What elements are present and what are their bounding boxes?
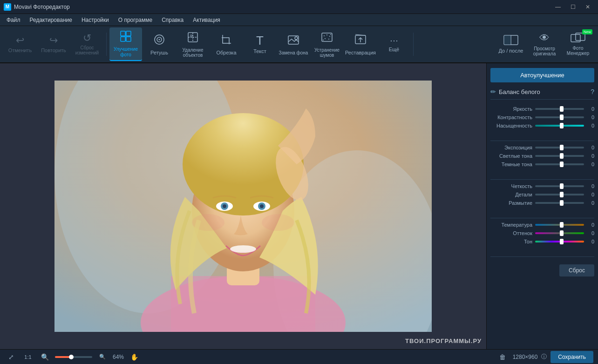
title-bar: M Movavi Фоторедактор — ☐ ✕ bbox=[0, 0, 598, 14]
svg-point-20 bbox=[325, 38, 326, 39]
ratio-label: 1:1 bbox=[24, 354, 31, 360]
photo-manager-button[interactable]: New Фото Менеджер bbox=[562, 27, 594, 61]
retouch-button[interactable]: Ретушь bbox=[143, 27, 176, 61]
details-thumb[interactable] bbox=[560, 192, 564, 197]
crop-button[interactable]: Обрезка bbox=[210, 27, 243, 61]
highlights-slider[interactable] bbox=[535, 155, 584, 157]
minimize-button[interactable]: — bbox=[551, 2, 564, 12]
clarity-thumb[interactable] bbox=[560, 183, 564, 189]
restore-button[interactable]: Реставрация bbox=[344, 27, 377, 61]
more-label: Ещё bbox=[389, 47, 400, 52]
replace-bg-label: Замена фона bbox=[279, 50, 308, 55]
more-button[interactable]: ⋯ Ещё bbox=[378, 27, 410, 61]
zoom-slider-thumb[interactable] bbox=[69, 355, 74, 359]
undo-button[interactable]: ↩ Отменить bbox=[4, 27, 36, 61]
svg-rect-0 bbox=[121, 31, 125, 36]
exposure-value: 0 bbox=[587, 145, 594, 150]
menu-file[interactable]: Файл bbox=[2, 15, 25, 25]
status-bar: ⤢ 1:1 🔍 🔍 64% ✋ 🗑 1280×960 ⓘ Сохранить bbox=[0, 349, 598, 364]
blur-value: 0 bbox=[587, 200, 594, 206]
temperature-thumb[interactable] bbox=[560, 222, 564, 228]
contrast-thumb[interactable] bbox=[560, 115, 564, 120]
info-icon[interactable]: ⓘ bbox=[541, 353, 547, 361]
reset-panel-button[interactable]: Сброс bbox=[559, 264, 594, 276]
color-sliders: Температура 0 Оттенок 0 Тон 0 bbox=[490, 222, 594, 247]
tint-thumb[interactable] bbox=[560, 230, 564, 236]
redo-button[interactable]: ↪ Повторить bbox=[37, 27, 70, 61]
contrast-label: Контрастность bbox=[490, 115, 532, 120]
view-original-button[interactable]: 👁 Просмотр оригинала bbox=[528, 27, 561, 61]
auto-enhance-button[interactable]: Автоулучшение bbox=[490, 68, 594, 82]
svg-point-45 bbox=[260, 204, 264, 208]
fit-button[interactable]: ⤢ bbox=[5, 351, 18, 363]
zoom-slider-container bbox=[55, 356, 92, 358]
clarity-slider[interactable] bbox=[535, 185, 584, 187]
svg-point-23 bbox=[330, 34, 331, 35]
denoise-button[interactable]: Устранение шумов bbox=[311, 27, 343, 61]
text-button[interactable]: T Текст bbox=[244, 27, 276, 61]
svg-rect-13 bbox=[223, 38, 229, 43]
details-label: Детали bbox=[490, 192, 532, 197]
panel-bottom: Сброс bbox=[490, 261, 594, 276]
tint-label: Оттенок bbox=[490, 230, 532, 236]
replace-bg-icon bbox=[287, 34, 300, 48]
denoise-icon bbox=[320, 31, 333, 46]
pan-button[interactable]: ✋ bbox=[128, 351, 141, 363]
saturation-slider[interactable] bbox=[535, 125, 584, 127]
exposure-thumb[interactable] bbox=[560, 145, 564, 150]
svg-rect-1 bbox=[126, 31, 131, 36]
divider-4 bbox=[490, 256, 594, 257]
ratio-button[interactable]: 1:1 bbox=[21, 351, 34, 363]
brightness-slider[interactable] bbox=[535, 108, 584, 110]
menu-help[interactable]: Справка bbox=[157, 15, 188, 25]
temperature-slider[interactable] bbox=[535, 224, 584, 226]
highlights-thumb[interactable] bbox=[560, 153, 564, 159]
enhance-photo-button[interactable]: Улучшение фото bbox=[109, 27, 142, 61]
tone-thumb[interactable] bbox=[560, 239, 564, 244]
undo-label: Отменить bbox=[8, 47, 32, 53]
svg-point-22 bbox=[323, 40, 324, 40]
svg-point-48 bbox=[262, 214, 294, 231]
photo-image bbox=[54, 81, 432, 332]
blur-thumb[interactable] bbox=[560, 200, 564, 206]
help-icon[interactable]: ? bbox=[591, 88, 594, 95]
zoom-out-button[interactable]: 🔍 bbox=[38, 351, 51, 363]
blur-slider[interactable] bbox=[535, 202, 584, 204]
clarity-row: Четкость 0 bbox=[490, 183, 594, 189]
replace-bg-button[interactable]: Замена фона bbox=[277, 27, 310, 61]
contrast-slider[interactable] bbox=[535, 116, 584, 118]
blur-row: Размытие 0 bbox=[490, 200, 594, 206]
maximize-button[interactable]: ☐ bbox=[566, 2, 579, 12]
delete-button[interactable]: 🗑 bbox=[496, 351, 509, 363]
menu-activate[interactable]: Активация bbox=[188, 15, 225, 25]
exposure-label: Экспозиция bbox=[490, 145, 532, 150]
svg-rect-2 bbox=[121, 37, 125, 41]
reset-changes-button[interactable]: ↺ Сброс изменений bbox=[71, 27, 103, 61]
status-info: 1280×960 ⓘ bbox=[513, 353, 547, 361]
save-button[interactable]: Сохранить bbox=[550, 351, 593, 363]
remove-objects-button[interactable]: Удаление объектов bbox=[177, 27, 209, 61]
svg-rect-12 bbox=[190, 34, 193, 37]
tone-slider[interactable] bbox=[535, 241, 584, 243]
before-after-label: До / после bbox=[499, 48, 523, 54]
zoom-in-button[interactable]: 🔍 bbox=[96, 351, 109, 363]
close-button[interactable]: ✕ bbox=[581, 2, 594, 12]
shadows-label: Темные тона bbox=[490, 162, 532, 167]
separator-2 bbox=[413, 33, 414, 56]
svg-rect-3 bbox=[126, 37, 131, 41]
canvas-area[interactable]: ТВОИ.ПРОГРАММЫ.РУ bbox=[0, 63, 486, 349]
saturation-thumb[interactable] bbox=[560, 123, 564, 128]
shadows-slider[interactable] bbox=[535, 163, 584, 165]
brightness-thumb[interactable] bbox=[560, 106, 564, 112]
before-after-button[interactable]: До / после bbox=[495, 27, 527, 61]
tint-slider[interactable] bbox=[535, 232, 584, 234]
shadows-thumb[interactable] bbox=[560, 162, 564, 167]
exposure-slider[interactable] bbox=[535, 147, 584, 148]
app-icon: M bbox=[4, 3, 11, 11]
white-balance-label: Баланс белого bbox=[499, 88, 588, 95]
details-slider[interactable] bbox=[535, 194, 584, 195]
menu-edit[interactable]: Редактирование bbox=[25, 15, 77, 25]
zoom-slider[interactable] bbox=[55, 356, 92, 358]
menu-about[interactable]: О программе bbox=[114, 15, 157, 25]
menu-settings[interactable]: Настройки bbox=[77, 15, 114, 25]
